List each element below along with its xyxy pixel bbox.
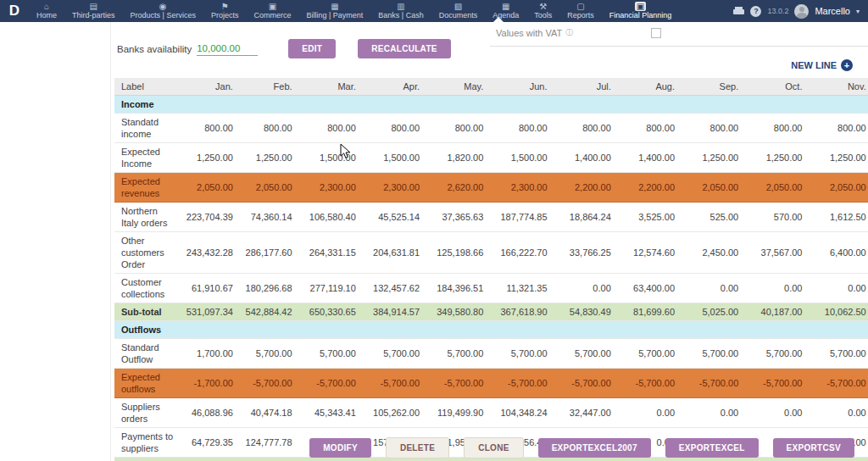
table-row-income: Income	[114, 96, 868, 114]
nav-item-documents[interactable]: ▧Documents	[431, 0, 486, 22]
month-value: -5,700.00	[554, 369, 617, 398]
projects-icon: ⚑	[221, 2, 229, 11]
nav-item-label: Banks | Cash	[378, 12, 423, 19]
row-label: Payments to suppliers	[114, 428, 181, 458]
nav-item-projects[interactable]: ⚑Projects	[203, 0, 247, 22]
row-label: Outflows	[114, 321, 181, 339]
banks-availability-input[interactable]	[197, 42, 258, 56]
help-icon[interactable]: ?	[750, 6, 761, 17]
month-value: 5,700.00	[681, 339, 744, 369]
row-label: Standatd income	[114, 114, 181, 143]
new-line-button[interactable]: NEW LINE +	[791, 59, 853, 71]
popover-arrow-icon	[493, 17, 504, 22]
month-value	[554, 96, 617, 114]
month-value: 2,050.00	[744, 173, 808, 203]
month-value: 1,250.00	[681, 143, 744, 173]
month-value	[489, 321, 553, 339]
col-header-nov: Nov.	[808, 78, 868, 96]
nav-item-reports[interactable]: ▢Reports	[559, 0, 602, 22]
nav-item-products-services[interactable]: ◉Products | Services	[123, 0, 203, 22]
month-value: 800.00	[554, 114, 617, 143]
month-value: 0.00	[681, 274, 744, 303]
month-value	[362, 321, 426, 339]
month-value: 1,250.00	[239, 143, 298, 173]
row-label: Northern Italy orders	[114, 203, 181, 232]
clone-button[interactable]: CLONE	[464, 437, 524, 458]
table-row-expected-income: Expected Income1,250.001,250.001,500.001…	[114, 143, 868, 173]
month-value: 5,700.00	[554, 339, 617, 369]
month-value: 2,050.00	[808, 173, 868, 203]
month-value	[298, 321, 362, 339]
nav-item-home[interactable]: ⌂Home	[29, 0, 64, 22]
month-value: 0.00	[808, 398, 868, 428]
table-row-standatd-income: Standatd income800.00800.00800.00800.008…	[114, 114, 868, 143]
banks-controls: Banks availability EDIT RECALCULATE	[117, 39, 451, 58]
nav-item-billing-payment[interactable]: ▦Billing | Payment	[298, 0, 370, 22]
row-label: Expected revenues	[114, 173, 181, 203]
financial-planning-page: D ⌂Home▤Third-parties◉Products | Service…	[0, 0, 868, 461]
nav-item-financial-planning[interactable]: ▣Financial Planning	[602, 0, 680, 22]
month-value: 0.00	[808, 274, 868, 303]
month-value: 45,343.41	[298, 398, 362, 428]
third-parties-icon: ▤	[90, 2, 97, 11]
month-value: 0.00	[744, 274, 808, 303]
month-value	[554, 321, 617, 339]
month-value: 0.00	[681, 398, 744, 428]
month-value	[617, 321, 681, 339]
month-value: 1,400.00	[554, 143, 617, 173]
col-header-may: May.	[426, 78, 489, 96]
avatar[interactable]	[794, 4, 809, 19]
month-value: 40,474.18	[239, 398, 298, 428]
chevron-down-icon[interactable]: ▾	[856, 8, 860, 15]
delete-button[interactable]: DELETE	[386, 437, 449, 458]
month-value: 2,050.00	[681, 173, 744, 203]
month-value: 5,700.00	[298, 339, 362, 369]
recalculate-button[interactable]: RECALCULATE	[358, 39, 451, 58]
month-value: 0.00	[554, 274, 617, 303]
month-value: 349,580.80	[426, 303, 489, 321]
month-value: 264,331.15	[298, 232, 362, 274]
table-row-expected-revenues: Expected revenues2,050.002,050.002,300.0…	[114, 173, 868, 203]
row-label: Sub-total	[114, 458, 181, 461]
month-value	[681, 96, 744, 114]
table-row-customer-collections: Customer collections61,910.67180,296.682…	[114, 274, 868, 303]
month-value: 650,330.65	[298, 303, 362, 321]
month-value: 105,262.00	[362, 398, 426, 428]
month-value: 2,450.00	[681, 232, 744, 274]
month-value: 63,400.00	[617, 274, 681, 303]
app-logo[interactable]: D	[0, 0, 29, 22]
month-value: 5,700.00	[239, 339, 298, 369]
planning-table-wrap: LabelJan.Feb.Mar.Apr.May.Jun.Jul.Aug.Sep…	[114, 78, 868, 461]
exportexcel-button[interactable]: EXPORTEXCEL	[665, 438, 759, 458]
month-value: 2,300.00	[362, 173, 426, 203]
exportcsv-button[interactable]: EXPORTCSV	[773, 438, 854, 458]
month-value: 0.00	[617, 398, 681, 428]
month-value: 106,580.40	[298, 203, 362, 232]
planning-table: LabelJan.Feb.Mar.Apr.May.Jun.Jul.Aug.Sep…	[114, 78, 868, 461]
edit-button[interactable]: EDIT	[288, 39, 336, 58]
nav-item-third-parties[interactable]: ▤Third-parties	[64, 0, 123, 22]
print-icon[interactable]	[733, 7, 744, 15]
vat-checkbox[interactable]	[651, 28, 661, 38]
table-row-other-customers-order: Other customers Order243,432.28286,177.6…	[114, 232, 868, 274]
month-value: 37,365.63	[426, 203, 489, 232]
month-value: 277,119.10	[298, 274, 362, 303]
month-value: 1,400.00	[617, 143, 681, 173]
banks-cash-icon: ▥	[397, 2, 404, 11]
month-value: 800.00	[617, 114, 681, 143]
nav-item-commerce[interactable]: ▣Commerce	[246, 0, 298, 22]
month-value	[426, 321, 489, 339]
nav-item-banks-cash[interactable]: ▥Banks | Cash	[370, 0, 431, 22]
month-value: 45,525.14	[362, 203, 426, 232]
month-value: 187,774.85	[489, 203, 553, 232]
modify-button[interactable]: MODIFY	[309, 438, 371, 458]
month-value: 1,250.00	[744, 143, 808, 173]
nav-item-tools[interactable]: ⚒Tools	[526, 0, 559, 22]
month-value: 286,177.60	[239, 232, 298, 274]
version-label: 13.0.2	[767, 7, 788, 15]
vat-label: Values with VAT	[496, 28, 562, 38]
nav-item-agenda[interactable]: ▦Agenda	[485, 0, 526, 22]
exportexcel2007-button[interactable]: EXPORTEXCEL2007	[538, 438, 651, 458]
user-name[interactable]: Marcello	[815, 6, 850, 16]
month-value: 180,296.68	[239, 274, 298, 303]
